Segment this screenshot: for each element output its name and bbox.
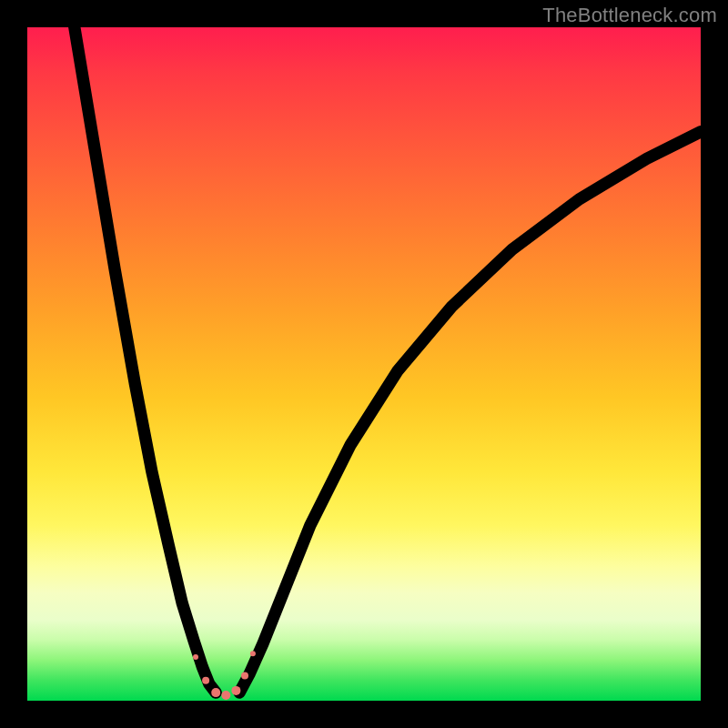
bottleneck-curve [27, 27, 701, 701]
curve-right-branch [239, 132, 701, 693]
plot-area [27, 27, 701, 701]
marker-dot [202, 677, 209, 684]
marker-dot [231, 686, 240, 695]
watermark-text: TheBottleneck.com [542, 4, 717, 27]
curve-left-branch [75, 27, 216, 693]
marker-dot [211, 688, 220, 697]
marker-dot [193, 654, 198, 660]
marker-dot [221, 691, 230, 700]
marker-dot [250, 651, 256, 656]
marker-dot [241, 672, 248, 680]
chart-frame: TheBottleneck.com [0, 0, 728, 728]
